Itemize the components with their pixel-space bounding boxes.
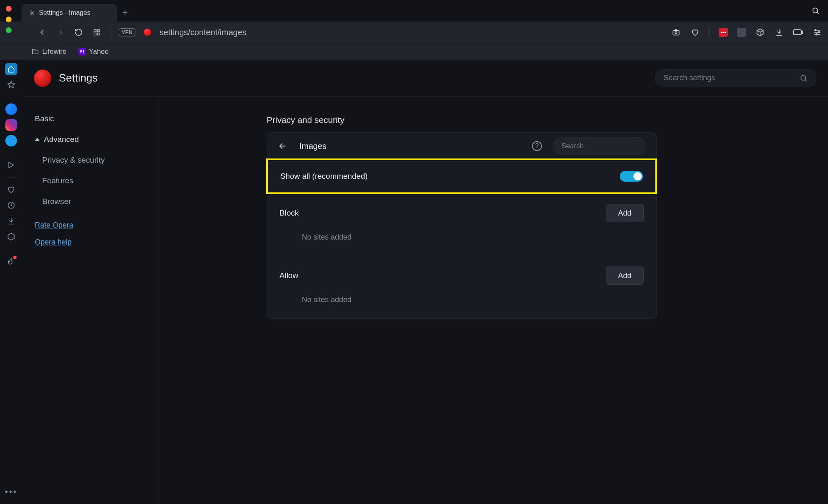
window-minimize-dot[interactable] [6, 17, 12, 22]
nav-privacy[interactable]: Privacy & security [27, 150, 154, 170]
folder-icon [31, 48, 39, 55]
rail-instagram-icon[interactable] [5, 119, 17, 131]
nav-basic[interactable]: Basic [27, 108, 154, 129]
card-title: Images [299, 142, 327, 151]
svg-point-12 [816, 34, 817, 35]
allow-add-button[interactable]: Add [606, 266, 644, 285]
svg-point-14 [801, 75, 806, 80]
vpn-badge[interactable]: VPN [119, 28, 135, 36]
block-add-button[interactable]: Add [606, 204, 644, 222]
address-bar: VPN settings/content/images ••• [0, 22, 828, 43]
rail-messenger-icon[interactable] [5, 103, 17, 115]
new-tab-button[interactable]: + [117, 4, 133, 22]
rail-extensions-icon[interactable] [5, 230, 17, 243]
heart-icon[interactable] [690, 27, 700, 37]
nav-browser[interactable]: Browser [27, 191, 154, 212]
rail-bookmarks-icon[interactable] [5, 79, 17, 91]
rail-news-icon[interactable] [5, 255, 17, 267]
rail-more-icon[interactable]: ••• [5, 487, 17, 497]
svg-rect-2 [94, 29, 96, 31]
block-section: Block Add [267, 193, 656, 226]
rail-history-icon[interactable] [5, 199, 17, 211]
tab-strip: Settings - Images + [0, 0, 828, 22]
show-all-label: Show all (recommended) [280, 172, 368, 181]
left-rail: ••• [0, 60, 22, 504]
settings-search-input[interactable] [664, 74, 799, 82]
help-icon[interactable]: ? [532, 141, 542, 151]
bookmark-lifewire[interactable]: Lifewire [31, 48, 67, 56]
block-empty: No sites added [267, 226, 656, 256]
allow-empty: No sites added [267, 289, 656, 318]
settings-nav: Basic Advanced Privacy & security Featur… [22, 97, 159, 504]
svg-point-0 [31, 12, 33, 14]
show-all-row[interactable]: Show all (recommended) [268, 160, 655, 192]
svg-rect-3 [98, 29, 100, 31]
show-all-toggle[interactable] [620, 171, 643, 182]
svg-rect-6 [673, 31, 679, 35]
extension-icon[interactable] [737, 28, 746, 37]
svg-rect-5 [98, 33, 100, 35]
nav-rate-opera[interactable]: Rate Opera [27, 212, 154, 235]
svg-point-11 [818, 31, 820, 33]
chevron-up-icon [35, 138, 40, 141]
rail-twitter-icon[interactable] [5, 134, 17, 147]
extension-lastpass-icon[interactable]: ••• [719, 28, 728, 37]
window-zoom-dot[interactable] [6, 27, 12, 33]
downloads-icon[interactable] [774, 27, 784, 37]
rail-heart-icon[interactable] [5, 183, 17, 196]
svg-rect-8 [794, 30, 801, 35]
url-text[interactable]: settings/content/images [159, 28, 246, 37]
back-icon[interactable] [278, 141, 288, 151]
gear-icon [29, 10, 35, 16]
nav-opera-help[interactable]: Opera help [27, 235, 154, 252]
settings-search[interactable] [655, 69, 816, 87]
opera-logo [34, 70, 51, 87]
easy-setup-icon[interactable] [812, 27, 822, 37]
rail-play-icon[interactable] [5, 159, 17, 171]
block-title: Block [279, 209, 298, 218]
nav-advanced-label: Advanced [44, 135, 79, 144]
allow-section: Allow Add [267, 256, 656, 289]
rail-downloads-icon[interactable] [5, 215, 17, 227]
nav-back-icon[interactable] [37, 27, 47, 37]
reload-icon[interactable] [74, 27, 84, 37]
window-close-dot[interactable] [6, 6, 12, 12]
bookmarks-bar: Lifewire Y! Yahoo [0, 43, 828, 60]
yahoo-favicon: Y! [78, 48, 86, 55]
opera-favicon [144, 29, 151, 36]
card-search-input[interactable] [561, 142, 649, 150]
nav-forward-icon [55, 27, 65, 37]
rail-home-icon[interactable] [5, 63, 17, 75]
speed-dial-icon[interactable] [92, 27, 102, 37]
search-tabs-icon[interactable] [811, 6, 821, 16]
images-card: Images ? Show all (recommended) [267, 132, 657, 319]
cube-icon[interactable] [755, 27, 765, 37]
settings-header: Settings [22, 60, 828, 97]
browser-tab[interactable]: Settings - Images [22, 4, 117, 22]
svg-point-10 [815, 29, 816, 31]
battery-icon[interactable] [793, 27, 803, 37]
nav-features[interactable]: Features [27, 170, 154, 191]
tab-title: Settings - Images [39, 9, 91, 17]
svg-rect-4 [94, 33, 96, 35]
section-title: Privacy and security [267, 115, 828, 125]
bookmark-yahoo[interactable]: Y! Yahoo [78, 48, 109, 56]
snapshot-icon[interactable] [671, 27, 681, 37]
settings-title: Settings [59, 72, 98, 84]
bookmark-label: Yahoo [89, 48, 109, 56]
nav-advanced[interactable]: Advanced [27, 129, 154, 150]
svg-point-7 [675, 31, 677, 34]
card-search[interactable] [554, 137, 645, 155]
svg-point-1 [813, 8, 818, 13]
allow-title: Allow [279, 271, 298, 280]
bookmark-label: Lifewire [42, 48, 67, 56]
search-icon [799, 74, 808, 82]
svg-rect-9 [802, 31, 803, 34]
